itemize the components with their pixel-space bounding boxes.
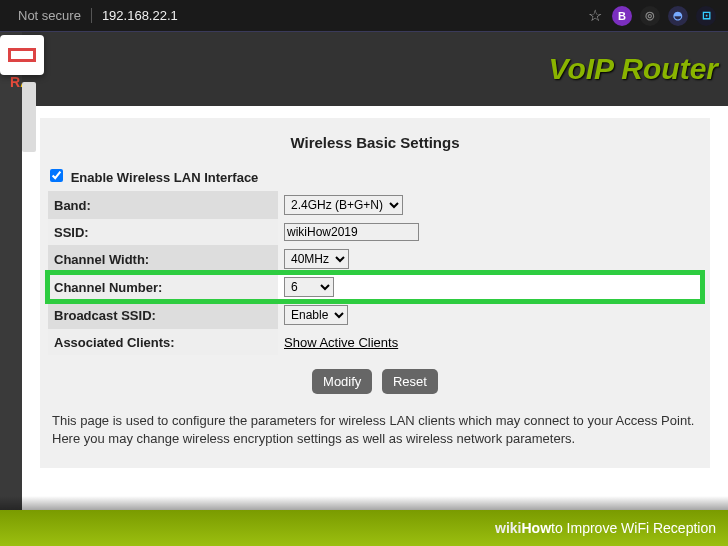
modify-button[interactable]: Modify [312,369,372,394]
panel-description: This page is used to configure the param… [48,408,702,460]
broadcast-ssid-row: Broadcast SSID: Enable [48,301,702,329]
ssid-label: SSID: [48,219,278,245]
wikihow-attribution-bar: wikiHow to Improve WiFi Reception [0,510,728,546]
scrollbar-thumb[interactable] [22,82,36,152]
router-header: VoIP Router [22,32,728,106]
ssid-row: SSID: [48,219,702,245]
channel-number-label: Channel Number: [48,273,278,301]
broadcast-ssid-select[interactable]: Enable [284,305,348,325]
broadcast-ssid-label: Broadcast SSID: [48,301,278,329]
channel-width-label: Channel Width: [48,245,278,273]
extension-circle-icon[interactable]: ◎ [640,6,660,26]
band-label: Band: [48,191,278,219]
channel-number-row: Channel Number: 6 [48,273,702,301]
enable-wireless-label: Enable Wireless LAN Interface [71,170,259,185]
router-admin-page: VoIP Router Wireless Basic Settings Enab… [22,32,728,546]
ssid-input[interactable] [284,223,419,241]
band-row: Band: 2.4GHz (B+G+N) [48,191,702,219]
article-title: to Improve WiFi Reception [551,520,716,536]
not-secure-badge[interactable]: Not secure [8,8,92,23]
vertical-tab-widget[interactable] [0,35,44,75]
extension-b-icon[interactable]: B [612,6,632,26]
settings-form-table: Band: 2.4GHz (B+G+N) SSID: Channel Width… [48,191,702,355]
channel-number-select[interactable]: 6 [284,277,334,297]
browser-address-bar: Not secure 192.168.22.1 ☆ B ◎ ◓ ⊡ [0,0,728,32]
enable-wireless-checkbox[interactable] [50,169,63,182]
button-row: Modify Reset [48,355,702,408]
band-select[interactable]: 2.4GHz (B+G+N) [284,195,403,215]
router-brand-title: VoIP Router [549,52,718,86]
wikihow-logo-how: How [521,520,551,536]
enable-wireless-row: Enable Wireless LAN Interface [48,165,702,191]
url-text[interactable]: 192.168.22.1 [92,8,582,23]
wikihow-logo-wiki: wiki [495,520,521,536]
reset-button[interactable]: Reset [382,369,438,394]
extension-target-icon[interactable]: ⊡ [696,6,716,26]
show-active-clients-link[interactable]: Show Active Clients [284,335,398,350]
wireless-settings-panel: Wireless Basic Settings Enable Wireless … [40,118,710,468]
channel-width-row: Channel Width: 40MHz [48,245,702,273]
associated-clients-label: Associated Clients: [48,329,278,355]
panel-title: Wireless Basic Settings [48,126,702,165]
extension-shield-icon[interactable]: ◓ [668,6,688,26]
bookmark-star-icon[interactable]: ☆ [582,6,608,25]
associated-clients-row: Associated Clients: Show Active Clients [48,329,702,355]
viewport: RA VoIP Router Wireless Basic Settings E… [0,32,728,546]
channel-width-select[interactable]: 40MHz [284,249,349,269]
